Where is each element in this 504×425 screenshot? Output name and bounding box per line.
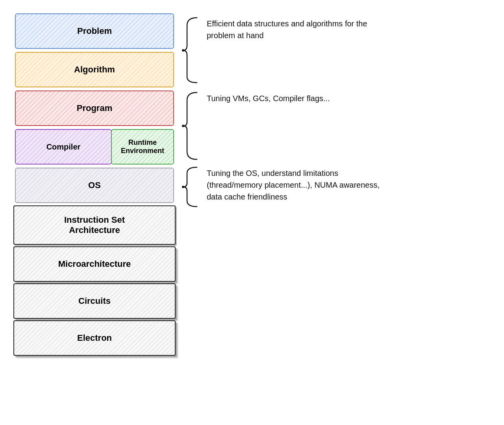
algorithm-label: Algorithm [74,65,115,75]
right-annotations: Efficient data structures and algorithms… [177,8,492,417]
runtime-label: RuntimeEnvironment [121,139,164,155]
compiler-label: Compiler [46,142,81,152]
isa-label: Instruction SetArchitecture [64,215,125,235]
annotation-3: Tuning the OS, understand limitations (t… [181,165,390,209]
layer-microarchitecture: Microarchitecture [13,246,176,282]
layer-electron: Electron [13,320,176,356]
layer-program: Program [15,91,174,126]
brace-1-svg [181,16,201,85]
program-label: Program [77,103,112,113]
annotation-3-text: Tuning the OS, understand limitations (t… [201,165,390,203]
page-container: Problem Algorithm Program Compiler Runti… [0,0,504,425]
layer-runtime: RuntimeEnvironment [111,129,174,164]
annotation-2-text: Tuning VMs, GCs, Compiler flags... [201,91,330,104]
layer-circuits: Circuits [13,283,176,319]
left-stack: Problem Algorithm Program Compiler Runti… [12,8,177,417]
svg-point-2 [182,186,184,188]
electron-label: Electron [77,333,112,343]
circuits-label: Circuits [78,296,111,306]
annotation-1-text: Efficient data structures and algorithms… [201,16,390,41]
brace-2-svg [181,91,201,161]
os-label: OS [88,180,101,190]
brace-3-svg [181,165,201,209]
layer-algorithm: Algorithm [15,52,174,87]
layer-os: OS [15,168,174,203]
compiler-runtime-row: Compiler RuntimeEnvironment [15,129,174,164]
layer-compiler: Compiler [15,129,112,164]
annotation-2: Tuning VMs, GCs, Compiler flags... [181,91,330,161]
annotation-1: Efficient data structures and algorithms… [181,16,390,85]
svg-point-0 [182,49,184,52]
problem-label: Problem [77,26,112,36]
svg-point-1 [182,125,184,127]
micro-label: Microarchitecture [58,259,131,269]
layer-isa: Instruction SetArchitecture [13,205,176,245]
layer-problem: Problem [15,13,174,49]
